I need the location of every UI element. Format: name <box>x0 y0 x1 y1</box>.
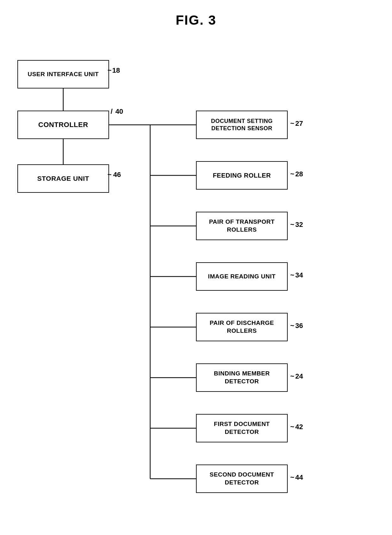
controller-ref: 40 <box>115 107 123 116</box>
first-document-ref: 42 <box>295 423 303 431</box>
discharge-rollers-box: PAIR OF DISCHARGE ROLLERS <box>196 313 288 341</box>
discharge-rollers-label: PAIR OF DISCHARGE ROLLERS <box>210 319 274 335</box>
transport-rollers-box: PAIR OF TRANSPORT ROLLERS <box>196 212 288 240</box>
binding-member-ref: 24 <box>295 372 303 380</box>
doc-setting-ref: 27 <box>295 119 303 128</box>
binding-member-tilde: ~ <box>290 372 294 380</box>
user-interface-ref: 18 <box>112 66 120 75</box>
transport-rollers-tilde: ~ <box>290 221 294 229</box>
second-document-label: SECOND DOCUMENT DETECTOR <box>210 471 274 486</box>
feeding-roller-ref: 28 <box>295 170 303 178</box>
image-reading-label: IMAGE READING UNIT <box>208 273 276 281</box>
storage-tilde: ~ <box>107 171 112 179</box>
first-document-tilde: ~ <box>290 423 294 431</box>
storage-ref: 46 <box>113 171 121 179</box>
controller-box: CONTROLLER <box>17 111 109 139</box>
discharge-rollers-ref: 36 <box>295 322 303 330</box>
doc-setting-tilde: ~ <box>290 119 294 128</box>
binding-member-box: BINDING MEMBER DETECTOR <box>196 363 288 392</box>
feeding-roller-label: FEEDING ROLLER <box>213 171 271 179</box>
doc-setting-label: DOCUMENT SETTING DETECTION SENSOR <box>211 118 273 132</box>
user-interface-tilde: ~ <box>107 66 112 75</box>
second-document-ref: 44 <box>295 473 303 482</box>
binding-member-label: BINDING MEMBER DETECTOR <box>214 370 270 385</box>
feeding-roller-box: FEEDING ROLLER <box>196 161 288 190</box>
user-interface-label: USER INTERFACE UNIT <box>28 70 99 78</box>
first-document-label: FIRST DOCUMENT DETECTOR <box>214 420 270 436</box>
image-reading-ref: 34 <box>295 271 303 279</box>
user-interface-box: USER INTERFACE UNIT <box>17 60 109 88</box>
discharge-rollers-tilde: ~ <box>290 322 294 330</box>
image-reading-tilde: ~ <box>290 271 294 279</box>
transport-rollers-ref: 32 <box>295 221 303 229</box>
first-document-box: FIRST DOCUMENT DETECTOR <box>196 414 288 442</box>
transport-rollers-label: PAIR OF TRANSPORT ROLLERS <box>209 218 275 234</box>
second-document-tilde: ~ <box>290 473 294 482</box>
controller-label: CONTROLLER <box>38 120 88 130</box>
storage-box: STORAGE UNIT <box>17 164 109 193</box>
controller-ref-slash: / <box>111 107 113 116</box>
feeding-roller-tilde: ~ <box>290 170 294 178</box>
image-reading-box: IMAGE READING UNIT <box>196 262 288 291</box>
second-document-box: SECOND DOCUMENT DETECTOR <box>196 465 288 493</box>
storage-label: STORAGE UNIT <box>37 174 89 183</box>
doc-setting-box: DOCUMENT SETTING DETECTION SENSOR <box>196 111 288 139</box>
page-title: FIG. 3 <box>0 0 392 28</box>
